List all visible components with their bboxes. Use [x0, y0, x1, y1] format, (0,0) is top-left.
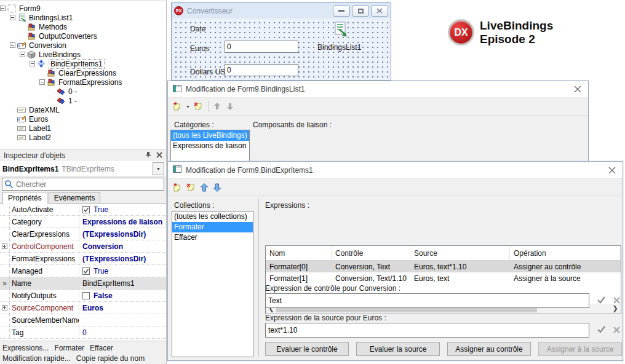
property-row[interactable]: FormatExpressions (TExpressionsDir) [0, 253, 166, 265]
property-value[interactable]: Conversion [82, 242, 123, 251]
tree-item-expression-0[interactable]: 0 - [0, 87, 166, 96]
column-header-controle[interactable]: Contrôle [332, 246, 410, 260]
convertisseur-titlebar[interactable]: RX Convertisseur [172, 3, 391, 18]
accept-expression-icon[interactable] [597, 325, 606, 336]
bindingslist-component-label[interactable]: BindingsList1 [317, 43, 361, 52]
dollars-input[interactable] [225, 64, 298, 76]
property-row[interactable]: AutoActivate True [0, 204, 166, 216]
tree-item-bindingslist1[interactable]: BindingsList1 [0, 13, 166, 22]
expression-row[interactable]: Formater[1] Conversion, Text/1.10 Euros,… [266, 272, 621, 284]
property-row-selected[interactable]: » Name BindExprItems1 [0, 277, 166, 290]
bindingslist-component-icon[interactable] [332, 22, 348, 39]
object-selector-combo[interactable]: BindExprItems1 TBindExprItems ▼ [0, 161, 167, 177]
property-value[interactable]: BindExprItems1 [82, 279, 135, 288]
tree-item-label2[interactable]: Label2 [0, 133, 166, 142]
collapse-icon[interactable] [20, 52, 25, 57]
move-up-button-disabled[interactable] [212, 101, 222, 111]
expression-row[interactable]: Formater[0] Conversion, Text Euros, text… [266, 261, 621, 272]
control-expression-input[interactable] [265, 293, 589, 308]
collapse-icon[interactable] [10, 42, 15, 48]
footer-link-expressions[interactable]: Expressions... [2, 344, 49, 352]
tree-item-methods[interactable]: Methods [0, 22, 166, 31]
cancel-expression-icon[interactable] [613, 326, 621, 336]
column-header-source[interactable]: Source [410, 246, 510, 260]
tree-item-form9[interactable]: Form9 [0, 4, 166, 13]
property-value[interactable]: (TExpressionsDir) [82, 255, 146, 263]
property-row[interactable]: Tag 0 [0, 326, 166, 339]
minimize-button[interactable] [333, 6, 350, 17]
search-input[interactable] [2, 178, 164, 191]
tree-item-expression-1[interactable]: 1 - [0, 96, 166, 105]
tree-item-conversion[interactable]: Conversion [0, 41, 166, 50]
assign-to-source-button[interactable]: Assigner à la source [538, 342, 622, 356]
property-value[interactable]: Euros [82, 304, 103, 312]
chevron-down-icon[interactable]: ▼ [153, 162, 164, 175]
footer-link-formater[interactable]: Formater [54, 344, 84, 352]
add-binding-button[interactable] [172, 101, 183, 111]
property-row[interactable]: ClearExpressions (TExpressionsDir) [0, 228, 166, 240]
property-row[interactable]: Managed True [0, 265, 166, 277]
property-value[interactable]: True [94, 205, 108, 214]
property-row[interactable]: Category Expressions de liaison [0, 216, 166, 228]
close-button[interactable] [371, 6, 388, 17]
accept-expression-icon[interactable] [597, 296, 606, 306]
maximize-button[interactable] [352, 6, 369, 17]
property-row[interactable]: SourceMemberName [0, 314, 166, 326]
cancel-expression-icon[interactable] [613, 296, 621, 306]
tree-item-datexml[interactable]: DateXML [0, 105, 166, 114]
close-icon[interactable] [607, 165, 618, 176]
checkbox-unchecked-icon[interactable] [82, 292, 90, 299]
move-down-button-disabled[interactable] [225, 101, 235, 111]
property-row[interactable]: ControlComponent Conversion [0, 240, 166, 253]
tree-item-clearexpressions[interactable]: ClearExpressions [0, 68, 166, 77]
delete-expression-button[interactable] [186, 183, 196, 192]
tab-properties[interactable]: Propriétés [2, 192, 47, 204]
collection-item-formater[interactable]: Formater [172, 222, 253, 232]
tree-item-label1[interactable]: Label1 [0, 124, 166, 133]
checkbox-checked-icon[interactable] [82, 206, 90, 213]
collection-item-effacer[interactable]: Effacer [172, 232, 253, 243]
property-value[interactable]: (TExpressionsDir) [82, 230, 146, 239]
close-icon[interactable] [156, 151, 162, 160]
collection-item-all[interactable]: (toutes les collections) [172, 212, 253, 222]
dialog-titlebar[interactable]: Modification de Form9.BindExprItems1 [168, 162, 623, 179]
property-value[interactable]: 0 [82, 328, 87, 337]
property-value[interactable]: Expressions de liaison [82, 218, 162, 226]
pin-icon[interactable] [145, 151, 151, 160]
column-header-nom[interactable]: Nom [266, 246, 332, 260]
delete-binding-button[interactable] [193, 101, 204, 111]
footer-link-effacer[interactable]: Effacer [90, 344, 113, 352]
property-row[interactable]: SourceComponent Euros [0, 302, 166, 314]
add-expression-button[interactable] [172, 183, 183, 192]
tab-events[interactable]: Evénements [49, 192, 101, 203]
close-icon[interactable] [572, 84, 583, 95]
tree-item-livebindings[interactable]: LiveBindings [0, 50, 166, 59]
move-down-button[interactable] [212, 183, 222, 192]
column-header-operation[interactable]: Opération [510, 246, 621, 260]
evaluate-source-button[interactable]: Evaluer la source [356, 342, 440, 356]
tree-item-outputconverters[interactable]: OutputConverters [0, 31, 166, 41]
assign-to-control-button[interactable]: Assigner au contrôle [447, 342, 531, 356]
category-item-expressions[interactable]: Expressions de liaison [171, 141, 249, 151]
move-up-button[interactable] [199, 183, 209, 192]
collapse-icon[interactable] [10, 15, 15, 20]
source-expression-input[interactable] [265, 323, 589, 338]
expand-icon[interactable] [2, 305, 7, 311]
tree-item-formatexpressions[interactable]: FormatExpressions [0, 77, 166, 87]
expand-icon[interactable] [2, 243, 7, 249]
collapse-icon[interactable] [30, 61, 35, 66]
property-row[interactable]: NotifyOutputs False [0, 290, 166, 302]
tree-item-bindexpritems1[interactable]: BindExprItems1 [0, 59, 166, 68]
collapse-icon[interactable] [0, 6, 6, 11]
category-item-all[interactable]: (tous les LiveBindings) [171, 130, 249, 141]
footer-link-quick-edit[interactable]: Modification rapide... [2, 354, 71, 363]
footer-link-copy-name[interactable]: Copie rapide du nom [76, 354, 145, 363]
dialog-titlebar[interactable]: Modification de Form9.BindingsList1 [168, 81, 588, 98]
tree-item-euros[interactable]: Euros [0, 114, 166, 124]
property-value[interactable]: False [94, 291, 113, 300]
euros-input[interactable] [225, 41, 298, 53]
add-dropdown-icon[interactable]: ▼ [186, 105, 190, 109]
checkbox-checked-icon[interactable] [82, 267, 90, 275]
evaluate-control-button[interactable]: Evaluer le contrôle [265, 342, 349, 356]
property-value[interactable]: True [94, 267, 108, 275]
